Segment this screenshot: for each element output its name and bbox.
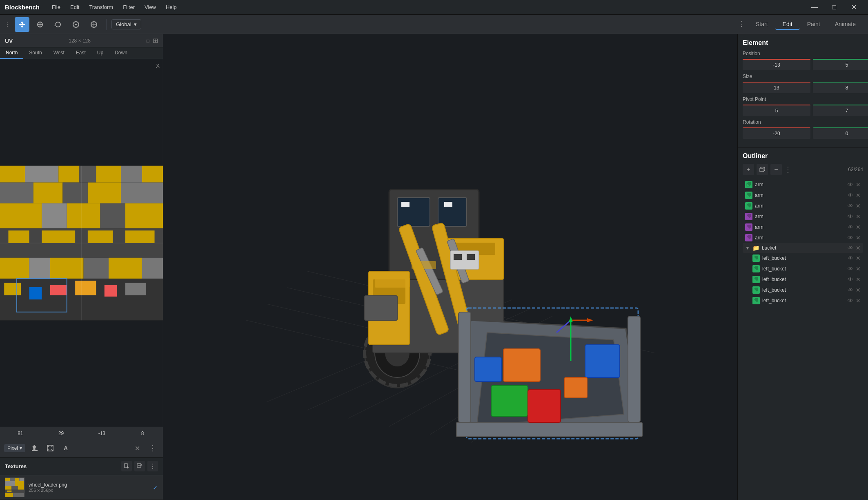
arm-1-visibility-button[interactable]: 👁 [848,181,853,188]
pivot-icon [72,20,80,29]
arm-5-delete-button[interactable]: ✕ [856,224,861,230]
size-y-input[interactable] [813,82,868,93]
bucket-visibility-button[interactable]: 👁 [848,245,853,251]
texture-check-icon: ✓ [153,484,158,491]
pivot-tool-button[interactable] [69,17,83,32]
outliner-item-arm-4[interactable]: arm 👁 ✕ [743,211,863,222]
rotation-y-input[interactable] [813,127,868,139]
svg-rect-110 [503,349,540,382]
rotate-tool-button[interactable] [51,17,65,32]
remove-button[interactable]: − [770,164,782,175]
add-cube-button[interactable] [757,164,768,175]
texture-item[interactable]: wheel_loader.png 256 x 256px ✓ [0,475,163,500]
menu-filter[interactable]: Filter [119,2,139,12]
menu-view[interactable]: View [140,2,160,12]
tab-animate[interactable]: Animate [828,19,863,30]
tab-up[interactable]: Up [91,47,109,59]
arm-6-delete-button[interactable]: ✕ [856,234,861,241]
lb4-delete-button[interactable]: ✕ [856,287,861,293]
tab-north[interactable]: North [0,47,23,59]
lb4-visibility-button[interactable]: 👁 [848,287,853,293]
rotation-x-input[interactable] [743,127,810,139]
tab-edit[interactable]: Edit [775,19,800,30]
move-tool-button[interactable] [15,17,29,32]
outliner-item-left-bucket-4[interactable]: left_bucket 👁 ✕ [743,285,863,295]
outliner-item-arm-2[interactable]: arm 👁 ✕ [743,190,863,201]
tab-down[interactable]: Down [109,47,133,59]
menu-file[interactable]: File [48,2,65,12]
bucket-delete-button[interactable]: ✕ [856,245,861,251]
lb1-visibility-button[interactable]: 👁 [848,255,853,261]
svg-rect-105 [467,254,475,260]
more-textures-button[interactable]: ⋮ [147,461,158,471]
add-texture-button[interactable] [121,461,132,471]
lb1-delete-button[interactable]: ✕ [856,255,861,261]
bucket-folder-actions: 👁 ✕ [848,245,861,251]
position-x-input[interactable] [743,59,810,70]
pivot-x-input[interactable] [743,105,810,116]
arm-1-delete-button[interactable]: ✕ [856,181,861,188]
uv-close-button[interactable]: X [156,62,160,69]
arm-4-visibility-button[interactable]: 👁 [848,213,853,220]
pivot-y-input[interactable] [813,105,868,116]
arm-6-visibility-button[interactable]: 👁 [848,234,853,241]
tab-east[interactable]: East [70,47,91,59]
arm-5-visibility-button[interactable]: 👁 [848,224,853,230]
outliner-item-left-bucket-1[interactable]: left_bucket 👁 ✕ [743,253,863,263]
global-select[interactable]: Global ▾ [111,19,141,29]
close-uv-button[interactable]: ✕ [131,442,143,454]
textures-header: Textures [0,458,163,475]
outliner-item-left-bucket-5[interactable]: left_bucket 👁 ✕ [743,295,863,306]
outliner-item-left-bucket-3[interactable]: left_bucket 👁 ✕ [743,274,863,285]
outliner-item-arm-1[interactable]: arm 👁 ✕ [743,179,863,190]
tab-start[interactable]: Start [748,19,775,30]
outliner-more-button[interactable]: ⋮ [784,165,792,174]
text-tool-button[interactable]: A [60,442,72,454]
menu-edit[interactable]: Edit [66,2,83,12]
lb2-visibility-button[interactable]: 👁 [848,266,853,272]
minimize-button[interactable]: — [805,0,824,15]
lb3-delete-button[interactable]: ✕ [856,276,861,283]
fill-tool-button[interactable] [29,442,41,454]
outliner-item-arm-6[interactable]: arm 👁 ✕ [743,232,863,243]
svg-rect-92 [401,202,410,207]
outliner-item-arm-5[interactable]: arm 👁 ✕ [743,222,863,232]
import-texture-button[interactable] [134,461,145,471]
close-button[interactable]: ✕ [844,0,863,15]
more-options-button[interactable]: ⋮ [147,442,159,454]
arm-2-visibility-button[interactable]: 👁 [848,192,853,199]
uv-window-icon[interactable]: □ [147,38,149,44]
tab-paint[interactable]: Paint [800,19,828,30]
lb5-delete-button[interactable]: ✕ [856,297,861,304]
uv-grid-icon[interactable]: ⊞ [153,37,158,45]
outliner-folder-bucket[interactable]: ▼ 📁 bucket 👁 ✕ [743,243,863,253]
pixel-mode-select[interactable]: Pixel ▾ [4,444,25,452]
pixel-toolbar: Pixel ▾ A ✕ ⋮ [0,440,163,457]
lb3-visibility-button[interactable]: 👁 [848,276,853,283]
outliner-item-left-bucket-2[interactable]: left_bucket 👁 ✕ [743,263,863,274]
tab-south[interactable]: South [23,47,47,59]
arm-4-delete-button[interactable]: ✕ [856,213,861,220]
arm-2-delete-button[interactable]: ✕ [856,192,861,199]
menu-help[interactable]: Help [162,2,181,12]
lb2-delete-button[interactable]: ✕ [856,266,861,272]
resize-tool-button[interactable] [33,17,47,32]
arm-3-delete-button[interactable]: ✕ [856,203,861,209]
expand-tool-button[interactable] [44,442,56,454]
tab-west[interactable]: West [48,47,70,59]
svg-rect-30 [125,230,155,243]
maximize-button[interactable]: □ [825,0,844,15]
menu-transform[interactable]: Transform [85,2,117,12]
position-y-input[interactable] [813,59,868,70]
svg-rect-14 [121,166,142,183]
arm-3-visibility-button[interactable]: 👁 [848,203,853,209]
vertex-tool-button[interactable] [87,17,101,32]
add-group-button[interactable]: + [743,164,754,175]
outliner-item-arm-3[interactable]: arm 👁 ✕ [743,201,863,211]
viewport[interactable] [163,34,737,500]
size-x-input[interactable] [743,82,810,93]
uv-canvas[interactable]: X [0,59,163,427]
right-panel: Element Position Size Pivot Point [737,34,868,500]
svg-rect-9 [0,166,25,183]
lb5-visibility-button[interactable]: 👁 [848,297,853,304]
